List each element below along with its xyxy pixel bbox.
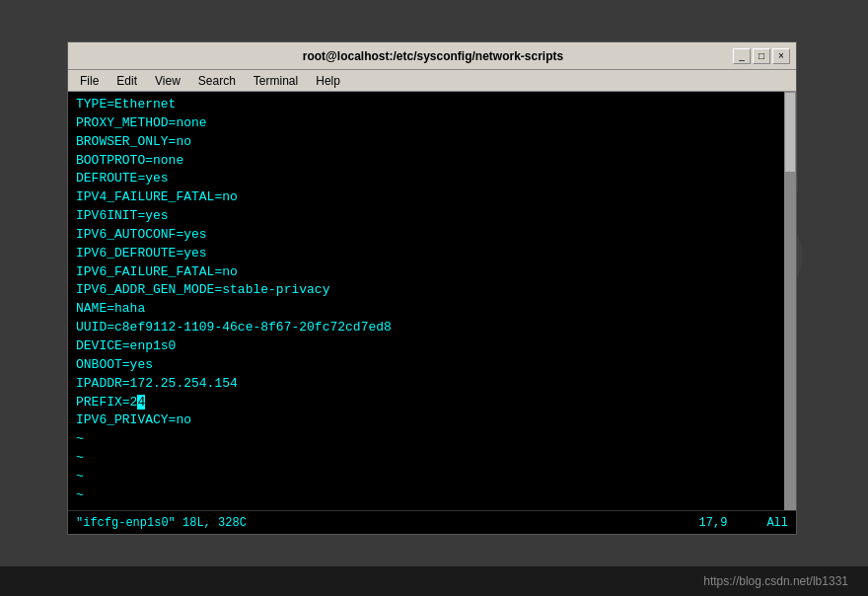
terminal-line: ONBOOT=yes: [76, 356, 788, 375]
terminal-line: NAME=haha: [76, 300, 788, 319]
terminal-window: root@localhost:/etc/sysconfig/network-sc…: [67, 41, 797, 535]
minimize-button[interactable]: _: [733, 48, 751, 64]
menu-edit[interactable]: Edit: [108, 72, 145, 90]
close-button[interactable]: ×: [772, 48, 790, 64]
window-controls: _ □ ×: [733, 48, 790, 64]
status-position: 17,9: [699, 516, 728, 530]
terminal-line: IPV6_PRIVACY=no: [76, 411, 788, 430]
terminal-content: TYPE=EthernetPROXY_METHOD=noneBROWSER_ON…: [68, 92, 796, 510]
maximize-button[interactable]: □: [753, 48, 770, 64]
menu-terminal[interactable]: Terminal: [246, 72, 306, 90]
terminal-line: DEFROUTE=yes: [76, 170, 788, 188]
terminal-line: ~: [76, 468, 788, 486]
terminal-line: PREFIX=24: [76, 394, 788, 412]
terminal-line: UUID=c8ef9112-1109-46ce-8f67-20fc72cd7ed…: [76, 319, 788, 337]
terminal-line: TYPE=Ethernet: [76, 96, 788, 114]
menu-help[interactable]: Help: [308, 72, 348, 90]
terminal-line: IPV6_DEFROUTE=yes: [76, 245, 788, 263]
terminal-line: IPV6_ADDR_GEN_MODE=stable-privacy: [76, 281, 788, 300]
terminal-line: IPV6INIT=yes: [76, 207, 788, 226]
terminal-lines: TYPE=EthernetPROXY_METHOD=noneBROWSER_ON…: [76, 96, 788, 510]
title-bar: root@localhost:/etc/sysconfig/network-sc…: [68, 42, 796, 70]
menu-view[interactable]: View: [147, 72, 188, 90]
terminal-line: BOOTPROTO=none: [76, 152, 788, 171]
bottom-bar: https://blog.csdn.net/lb1331: [0, 566, 868, 596]
terminal-line: ~: [76, 430, 788, 449]
terminal-line: IPV4_FAILURE_FATAL=no: [76, 188, 788, 207]
status-view: All: [766, 516, 788, 530]
menu-search[interactable]: Search: [190, 72, 244, 90]
scrollbar[interactable]: [784, 92, 796, 510]
status-filename: "ifcfg-enp1s0" 18L, 328C: [76, 516, 247, 530]
menu-file[interactable]: File: [72, 72, 107, 90]
terminal-line: ~: [76, 486, 788, 505]
desktop: 8 root@localhost:/etc/sysconfig/network-…: [0, 0, 868, 596]
status-bar: "ifcfg-enp1s0" 18L, 328C 17,9 All: [68, 510, 796, 534]
terminal-line: IPADDR=172.25.254.154: [76, 375, 788, 394]
terminal-line: ~: [76, 449, 788, 468]
bottom-link: https://blog.csdn.net/lb1331: [703, 574, 848, 588]
terminal-line: IPV6_AUTOCONF=yes: [76, 226, 788, 245]
terminal-line: IPV6_FAILURE_FATAL=no: [76, 263, 788, 282]
window-title: root@localhost:/etc/sysconfig/network-sc…: [133, 49, 733, 63]
terminal-line: ~: [76, 505, 788, 510]
terminal-line: BROWSER_ONLY=no: [76, 133, 788, 152]
terminal-line: PROXY_METHOD=none: [76, 114, 788, 133]
scroll-thumb: [785, 93, 795, 172]
menu-bar: File Edit View Search Terminal Help: [68, 70, 796, 92]
status-right: 17,9 All: [699, 516, 788, 530]
terminal-line: DEVICE=enp1s0: [76, 337, 788, 356]
